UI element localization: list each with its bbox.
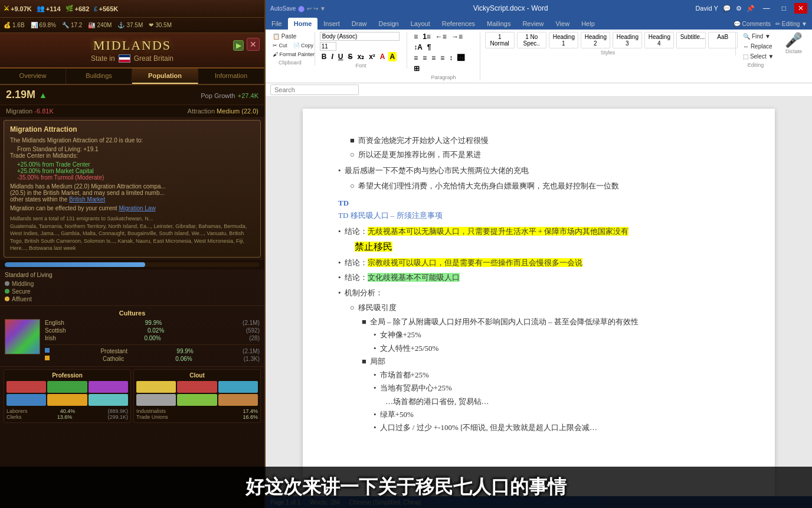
bullet-m3: • xyxy=(338,272,341,284)
job-clerks: Clerks 13.6% (299.1K) xyxy=(6,414,128,420)
stat-37m: ⚓ 37.5M xyxy=(117,22,143,28)
justify-button[interactable]: ≡ xyxy=(438,53,446,63)
sort-button[interactable]: ↕A xyxy=(412,43,424,52)
style-aab[interactable]: AaB xyxy=(708,32,738,48)
italic-button[interactable]: I xyxy=(329,52,335,61)
show-para-button[interactable]: ¶ xyxy=(425,43,433,52)
maximize-button[interactable]: □ xyxy=(778,3,790,14)
cut-button[interactable]: ✂ Cut xyxy=(270,41,290,50)
styles-block: 1 Normal 1 No Spec.. Heading 1 Heading 2… xyxy=(485,32,731,48)
minimize-button[interactable]: — xyxy=(759,3,774,14)
culture-english: English 99.9% (2.1M) xyxy=(45,319,260,327)
dictate-group: 🎤 Dictate xyxy=(780,32,807,54)
subtitle-bar: 好这次来讲一下关于移民七人口的事情 xyxy=(0,467,812,508)
city-name: MIDLANDS xyxy=(6,38,258,53)
grid-cell-1 xyxy=(6,381,46,393)
font-size-input[interactable] xyxy=(320,42,336,51)
ribbon-tab-review[interactable]: Review xyxy=(516,18,549,30)
subscript-button[interactable]: x₂ xyxy=(355,52,366,61)
shading-button[interactable]: 🅰 xyxy=(456,53,466,63)
bold-button[interactable]: B xyxy=(320,52,329,61)
format-painter[interactable]: 🖌 Format Painter xyxy=(270,50,310,58)
sol-middling: Middling xyxy=(5,280,260,288)
font-family-input[interactable] xyxy=(320,32,400,41)
ribbon-tab-file[interactable]: File xyxy=(266,18,288,30)
close-button[interactable]: ✕ xyxy=(247,38,260,51)
tab-overview[interactable]: Overview xyxy=(0,69,66,84)
british-market-link[interactable]: British Market xyxy=(69,196,105,203)
comments-btn[interactable]: 💬 Comments xyxy=(734,21,771,27)
close-word-button[interactable]: ✕ xyxy=(794,3,807,14)
ribbon-tab-insert[interactable]: Insert xyxy=(317,18,346,30)
find-button[interactable]: 🔍 Find ▼ xyxy=(741,32,771,41)
pop-value: 2.19M xyxy=(6,89,35,101)
ribbon-tab-references[interactable]: References xyxy=(436,18,481,30)
stat-30m: ❤ 30.5M xyxy=(149,22,172,28)
nav-arrow-btn[interactable]: ▶ xyxy=(233,40,244,51)
paragraph-label: Paragraph xyxy=(412,74,475,80)
indent-more-button[interactable]: →≡ xyxy=(450,32,464,41)
ribbon-tab-design[interactable]: Design xyxy=(372,18,404,30)
resource-bar-1: ⚔ +9.07K 👥 +114 🌿 +682 £ +565K xyxy=(0,0,264,18)
tab-information[interactable]: Information xyxy=(198,69,264,84)
align-right-button[interactable]: ≡ xyxy=(430,53,437,63)
ribbon-tab-help[interactable]: Help xyxy=(575,18,601,30)
doc-sub3-6: • 人口过多 / 过少 +-100% [不细说, 但是大致就是超人口上限会减… xyxy=(374,422,739,434)
doc-bullet-1: • 结论：无歧视基本可以无脑吸人口，只需要提升生活水平 + 保障市场内其他国家没… xyxy=(338,226,739,237)
highlight-1b: 禁止移民 xyxy=(355,242,392,252)
replace-button[interactable]: ↔ Replace xyxy=(741,42,771,51)
ribbon-tab-view[interactable]: View xyxy=(549,18,575,30)
grid-cell-5 xyxy=(47,394,87,406)
doc-sub-1: ○ 移民吸引度 xyxy=(350,302,739,314)
dictate-button[interactable]: 🎤 xyxy=(785,32,803,48)
doc-above-1: ■ 而资金池烧完才开始炒人这个过程很慢 xyxy=(350,135,739,146)
ribbon-tab-home[interactable]: Home xyxy=(288,18,318,30)
tab-buildings[interactable]: Buildings xyxy=(66,69,132,84)
style-normal[interactable]: 1 Normal xyxy=(485,32,515,48)
profession-title: Profession xyxy=(6,372,128,379)
word-document-area[interactable]: ■ 而资金池烧完才开始炒人这个过程很慢 ○ 所以还是更加推荐比例，而不是累进 •… xyxy=(266,97,812,496)
grid-cell-4 xyxy=(6,394,46,406)
copy-button[interactable]: 📄 Copy xyxy=(291,41,316,50)
style-heading3[interactable]: Heading 3 xyxy=(613,32,642,48)
stat-1b: 💰 1.6B xyxy=(4,22,25,28)
doc-sub3-5: • 绿草+50% xyxy=(374,409,739,421)
indent-less-button[interactable]: ←≡ xyxy=(434,32,448,41)
clout-cell-6 xyxy=(218,394,258,406)
font-color-button[interactable]: A xyxy=(378,52,387,61)
style-no-spec[interactable]: 1 No Spec.. xyxy=(517,32,546,48)
migration-law-link[interactable]: Migration Law xyxy=(119,205,155,211)
ribbon-tab-layout[interactable]: Layout xyxy=(405,18,436,30)
doc-bullet-4: • 机制分析： xyxy=(338,287,739,299)
border-button[interactable]: ⊞ xyxy=(412,64,421,73)
tooltip-turmoil: -35.00% from Turmoil (Moderate) xyxy=(10,174,254,181)
line-spacing-button[interactable]: ↕ xyxy=(447,53,454,63)
style-heading1[interactable]: Heading 1 xyxy=(549,32,578,48)
paste-button[interactable]: 📋 Paste xyxy=(270,32,310,41)
underline-button[interactable]: U xyxy=(336,52,345,61)
cultures-section: Cultures English 99.9% (2.1M) Scottish 0… xyxy=(0,305,264,366)
select-button[interactable]: ⬚ Select ▼ xyxy=(741,52,771,61)
style-heading2[interactable]: Heading 2 xyxy=(581,32,610,48)
search-input[interactable] xyxy=(270,84,359,95)
clout-industrialists: Industrialists 17.4% xyxy=(136,408,258,414)
bullets-button[interactable]: ≡ xyxy=(412,32,420,41)
editing-btn[interactable]: ✏ Editing ▼ xyxy=(775,21,807,27)
doc-sub3-4: • 当地有贸易中心+25% xyxy=(374,382,739,394)
align-left-button[interactable]: ≡ xyxy=(412,53,420,63)
culture-scottish: Scottish 0.02% (592) xyxy=(45,327,260,334)
strikethrough-button[interactable]: S xyxy=(346,52,354,61)
ribbon-tab-mailings[interactable]: Mailings xyxy=(481,18,516,30)
ribbon-tab-draw[interactable]: Draw xyxy=(346,18,373,30)
tab-population[interactable]: Population xyxy=(132,69,198,84)
align-center-button[interactable]: ≡ xyxy=(421,53,428,63)
highlight-button[interactable]: A xyxy=(388,52,397,61)
style-subtitle[interactable]: Subtitle... xyxy=(676,32,706,48)
progress-bar-area xyxy=(0,260,264,269)
superscript-button[interactable]: x² xyxy=(367,52,377,61)
doc-bullet-3: • 结论：文化歧视基本不可能吸人口 xyxy=(338,272,739,284)
style-heading4[interactable]: Heading 4 xyxy=(644,32,674,48)
tooltip-tc-label: Trade Center in Midlands: xyxy=(10,152,254,159)
game-panel: ⚔ +9.07K 👥 +114 🌿 +682 £ +565K 💰 1.6B 📊 … xyxy=(0,0,266,508)
numbering-button[interactable]: 1≡ xyxy=(421,32,433,41)
